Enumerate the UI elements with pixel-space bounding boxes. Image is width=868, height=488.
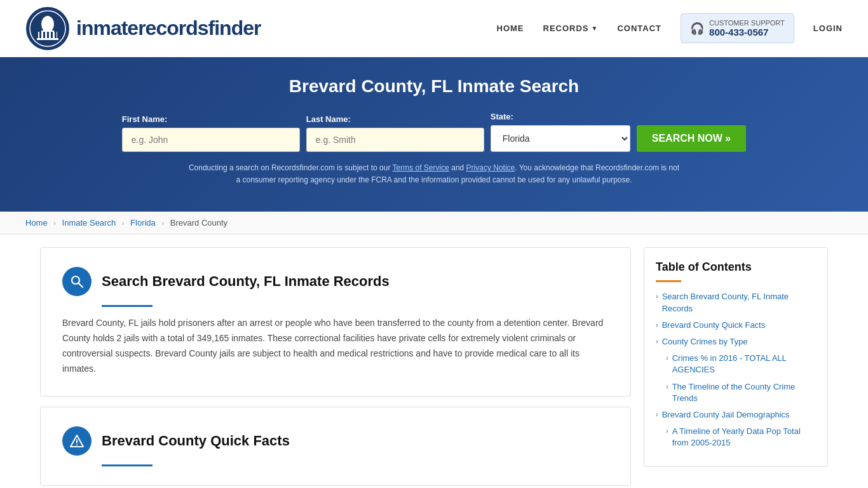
hero-title: Brevard County, FL Inmate Search <box>25 76 843 97</box>
breadcrumb-county: Brevard County <box>170 218 227 227</box>
nav-records[interactable]: RECORDS ▼ <box>543 24 599 33</box>
inmate-records-card: Search Brevard County, FL Inmate Records… <box>40 247 631 396</box>
support-box: 🎧 CUSTOMER SUPPORT 800-433-0567 <box>681 13 794 43</box>
title-underline <box>102 305 153 307</box>
breadcrumb-inmate-search[interactable]: Inmate Search <box>62 218 116 227</box>
breadcrumb-sep-3: › <box>161 219 164 227</box>
inmate-records-title: Search Brevard County, FL Inmate Records <box>102 273 390 290</box>
logo-text: inmaterecordsfinder <box>76 17 261 40</box>
chevron-right-icon: › <box>666 427 668 435</box>
quick-facts-card: Brevard County Quick Facts <box>40 407 631 486</box>
search-icon <box>70 274 84 288</box>
state-group: State: Florida <box>491 112 630 152</box>
nav-login[interactable]: LOGIN <box>813 24 843 33</box>
search-icon-circle <box>62 267 92 296</box>
svg-rect-9 <box>51 32 53 38</box>
chevron-right-icon: › <box>656 292 658 300</box>
chevron-right-icon: › <box>656 321 658 329</box>
first-name-group: First Name: <box>122 114 300 152</box>
terms-link[interactable]: Terms of Service <box>393 163 449 172</box>
toc-item: › Search Brevard County, FL Inmate Recor… <box>656 291 816 314</box>
toc-link-timeline[interactable]: The Timeline of the County Crime Trends <box>672 381 816 404</box>
toc-item: › Brevard County Jail Demographics <box>656 409 816 421</box>
first-name-input[interactable] <box>122 128 300 152</box>
chevron-right-icon: › <box>666 354 668 362</box>
breadcrumb: Home › Inmate Search › Florida › Brevard… <box>0 212 868 234</box>
breadcrumb-home[interactable]: Home <box>25 218 48 227</box>
warning-icon <box>70 434 84 448</box>
headset-icon: 🎧 <box>690 22 704 36</box>
search-button[interactable]: SEARCH NOW » <box>637 125 746 152</box>
svg-rect-8 <box>47 32 49 38</box>
first-name-label: First Name: <box>122 114 168 124</box>
inmate-records-body: Brevard County, FL jails hold prisoners … <box>62 316 609 376</box>
toc-item-sub: › The Timeline of the County Crime Trend… <box>656 381 816 404</box>
quick-facts-header: Brevard County Quick Facts <box>62 426 609 456</box>
svg-rect-7 <box>43 32 45 38</box>
toc-card: Table of Contents › Search Brevard Count… <box>644 247 828 467</box>
last-name-input[interactable] <box>306 128 484 152</box>
nav-contact[interactable]: CONTACT <box>617 24 661 33</box>
main-nav: HOME RECORDS ▼ CONTACT 🎧 CUSTOMER SUPPOR… <box>497 13 843 43</box>
warning-icon-circle <box>62 426 92 456</box>
toc-link-yearly-data[interactable]: A Timeline of Yearly Data Pop Total from… <box>672 426 816 449</box>
chevron-down-icon: ▼ <box>592 25 599 32</box>
quick-facts-title: Brevard County Quick Facts <box>102 433 290 449</box>
svg-rect-3 <box>41 30 54 32</box>
support-phone: 800-433-0567 <box>709 27 785 37</box>
toc-item: › County Crimes by Type <box>656 336 816 348</box>
main-container: Search Brevard County, FL Inmate Records… <box>27 247 841 488</box>
logo[interactable]: inmaterecordsfinder <box>25 6 261 51</box>
toc-item: › Brevard County Quick Facts <box>656 320 816 331</box>
inmate-records-header: Search Brevard County, FL Inmate Records <box>62 267 609 296</box>
chevron-right-icon: › <box>666 383 668 390</box>
toc-item-sub: › A Timeline of Yearly Data Pop Total fr… <box>656 426 816 449</box>
breadcrumb-sep-2: › <box>122 219 125 227</box>
logo-icon <box>25 6 70 51</box>
toc-link-county-crimes[interactable]: County Crimes by Type <box>662 336 748 348</box>
support-label: CUSTOMER SUPPORT <box>709 19 785 27</box>
svg-rect-6 <box>39 32 41 38</box>
state-label: State: <box>491 112 513 121</box>
last-name-group: Last Name: <box>306 114 484 152</box>
svg-point-16 <box>76 444 78 445</box>
sidebar: Table of Contents › Search Brevard Count… <box>644 247 828 488</box>
toc-link-inmate-records[interactable]: Search Brevard County, FL Inmate Records <box>662 291 816 314</box>
disclaimer-text: Conducting a search on Recordsfinder.com… <box>186 162 682 186</box>
toc-link-quick-facts[interactable]: Brevard County Quick Facts <box>662 320 766 331</box>
search-form: First Name: Last Name: State: Florida SE… <box>116 112 752 152</box>
breadcrumb-sep-1: › <box>53 219 56 227</box>
hero-section: Brevard County, FL Inmate Search First N… <box>0 57 868 212</box>
quick-facts-underline <box>102 464 153 466</box>
nav-home[interactable]: HOME <box>497 24 524 33</box>
toc-title: Table of Contents <box>656 261 816 274</box>
toc-divider <box>656 280 681 282</box>
content-area: Search Brevard County, FL Inmate Records… <box>40 247 631 488</box>
svg-rect-10 <box>55 32 57 38</box>
chevron-right-icon: › <box>656 337 658 345</box>
svg-line-13 <box>79 283 83 288</box>
breadcrumb-florida[interactable]: Florida <box>130 218 156 227</box>
toc-item-sub: › Crimes % in 2016 - TOTAL ALL AGENCIES <box>656 353 816 376</box>
state-select[interactable]: Florida <box>491 125 630 152</box>
toc-link-jail-demographics[interactable]: Brevard County Jail Demographics <box>662 409 790 421</box>
privacy-link[interactable]: Privacy Notice <box>466 163 515 172</box>
site-header: inmaterecordsfinder HOME RECORDS ▼ CONTA… <box>0 0 868 57</box>
last-name-label: Last Name: <box>306 114 351 124</box>
toc-link-crimes-pct[interactable]: Crimes % in 2016 - TOTAL ALL AGENCIES <box>672 353 816 376</box>
chevron-right-icon: › <box>656 410 658 418</box>
svg-rect-5 <box>37 38 58 40</box>
